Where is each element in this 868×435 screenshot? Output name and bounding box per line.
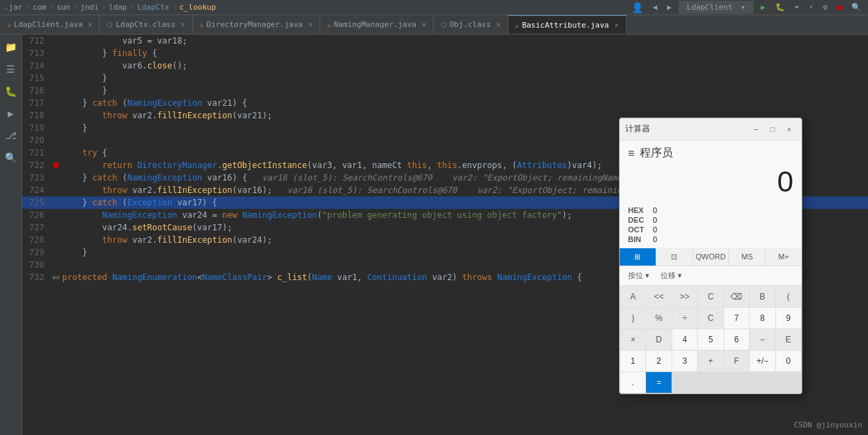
calc-btn-0[interactable]: 0: [776, 351, 801, 371]
sidebar-project-btn[interactable]: 📁: [1, 37, 21, 57]
search-icon[interactable]: 🔍: [849, 2, 864, 12]
calc-tab-ms[interactable]: MS: [729, 248, 766, 266]
tab-directorymanager[interactable]: ☕ DirectoryManager.java ×: [193, 15, 320, 35]
top-actions: 👤 ◀ ▶ LdapClient ▾ ▶ 🐛 ☂ ⚡ ⚙ ■ 🔍: [629, 1, 864, 14]
calc-btn-equals[interactable]: =: [646, 372, 671, 393]
calc-btn-minus[interactable]: −: [750, 329, 775, 350]
oct-row: OCT 0: [628, 225, 793, 234]
calc-btn-mul[interactable]: ×: [620, 329, 645, 350]
coverage-icon[interactable]: ☂: [792, 2, 802, 12]
calc-tab-qword-icon[interactable]: ⊞: [620, 248, 656, 266]
breadcrumb-ldapctx[interactable]: LdapCtx: [137, 3, 169, 12]
calc-btn-7[interactable]: 7: [724, 308, 749, 328]
breadcrumb-c-lookup[interactable]: c_lookup: [179, 3, 216, 12]
sidebar-run-btn[interactable]: ▶: [1, 104, 21, 123]
ldapclient-label: LdapClient: [684, 2, 735, 12]
sidebar-structure-btn[interactable]: ☰: [1, 59, 21, 79]
breadcrumb-jndi[interactable]: jndi: [80, 3, 99, 12]
run-icon[interactable]: ▶: [758, 2, 768, 12]
calc-btn-dot[interactable]: .: [620, 372, 645, 393]
calc-tab-mplus[interactable]: M+: [766, 248, 802, 266]
calc-maximize-btn[interactable]: □: [766, 122, 779, 136]
calc-tab-qword[interactable]: QWORD: [693, 248, 730, 266]
calc-btn-4[interactable]: 4: [672, 329, 697, 350]
calc-btn-F[interactable]: F: [724, 351, 749, 371]
calc-btn-8[interactable]: 8: [750, 308, 775, 328]
bitwise-btn[interactable]: 按位 ▾: [625, 269, 652, 282]
calc-tab-dword-icon[interactable]: ⊡: [656, 248, 693, 266]
calc-menu-icon[interactable]: ≡: [628, 147, 634, 160]
tab-close[interactable]: ×: [88, 21, 92, 28]
calc-btn-lparen[interactable]: (: [776, 286, 801, 307]
calc-subtitle: 程序员: [640, 146, 673, 160]
tab-basicattribute[interactable]: ☕ BasicAttribute.java ×: [508, 15, 627, 35]
stop-icon[interactable]: ■: [834, 2, 844, 12]
breadcrumb-sun[interactable]: sun: [57, 3, 71, 12]
calc-btn-C[interactable]: C: [698, 308, 723, 328]
dec-val: 0: [653, 216, 657, 224]
tab-close[interactable]: ×: [308, 21, 313, 28]
calc-btn-9[interactable]: 9: [776, 308, 801, 328]
back-icon[interactable]: ◀: [650, 2, 661, 12]
tab-namingmanager[interactable]: ☕ NamingManager.java ×: [320, 15, 434, 35]
breadcrumb-ldap[interactable]: ldap: [109, 3, 127, 12]
calc-close-btn[interactable]: ×: [782, 122, 796, 136]
calc-result: 0: [628, 166, 793, 198]
profile-icon[interactable]: 👤: [629, 1, 646, 14]
calc-btn-E[interactable]: E: [776, 329, 801, 350]
breadcrumb-com[interactable]: com: [33, 3, 46, 12]
ldapclient-dropdown[interactable]: LdapClient ▾: [678, 1, 754, 14]
tab-ldapclient[interactable]: ☕ LdapClient.java ×: [0, 15, 100, 35]
tab-close[interactable]: ×: [614, 21, 618, 29]
tab-ldapctx[interactable]: ⬡ LdapCtx.class ×: [100, 15, 192, 35]
calc-mode-display: HEX 0 DEC 0 OCT 0 BIN 0: [620, 203, 802, 248]
calc-btn-rshift[interactable]: >>: [672, 286, 697, 307]
code-line-716: 716 }: [22, 84, 868, 97]
calc-minimize-btn[interactable]: −: [749, 122, 763, 136]
sidebar-debug-btn[interactable]: 🐛: [1, 82, 21, 101]
calc-btn-div[interactable]: ÷: [672, 308, 697, 328]
calc-btn-3[interactable]: 3: [672, 351, 697, 371]
calc-btn-2[interactable]: 2: [646, 351, 671, 371]
hex-row: HEX 0: [628, 206, 793, 214]
calc-title-text: 计算器: [625, 123, 650, 135]
calc-btn-lshift[interactable]: <<: [646, 286, 671, 307]
calc-btn-6[interactable]: 6: [724, 329, 749, 350]
left-sidebar: 📁 ☰ 🐛 ▶ ⎇ 🔍: [0, 35, 22, 435]
tab-close[interactable]: ×: [422, 21, 426, 28]
debug-icon[interactable]: 🐛: [773, 2, 788, 12]
calc-display: 0: [620, 163, 802, 203]
tab-icon: ⬡: [107, 21, 113, 28]
tab-close[interactable]: ×: [497, 21, 501, 28]
calc-btn-1[interactable]: 1: [620, 351, 645, 371]
calc-btn-clear[interactable]: C: [698, 286, 723, 307]
calc-btn-rparen[interactable]: ): [620, 308, 645, 328]
calc-btn-B[interactable]: B: [750, 286, 775, 307]
calc-btn-D[interactable]: D: [646, 329, 671, 350]
hex-val: 0: [653, 206, 657, 214]
tab-bar: ☕ LdapClient.java × ⬡ LdapCtx.class × ☕ …: [0, 15, 868, 35]
calc-btn-plus[interactable]: +: [698, 351, 723, 371]
tab-obj[interactable]: ⬡ Obj.class ×: [434, 15, 508, 35]
forward-icon[interactable]: ▶: [664, 2, 674, 12]
tab-icon: ☕: [327, 21, 331, 28]
calc-btn-pct[interactable]: %: [646, 308, 671, 328]
tab-close[interactable]: ×: [181, 21, 185, 28]
settings-icon[interactable]: ⚙: [820, 2, 831, 12]
calc-btn-5[interactable]: 5: [698, 329, 723, 350]
tab-icon: ☕: [7, 21, 11, 28]
profile-run-icon[interactable]: ⚡: [806, 2, 816, 12]
breakpoint-722[interactable]: [53, 163, 59, 168]
bitshift-btn[interactable]: 位移 ▾: [658, 269, 685, 282]
tab-icon: ⬡: [441, 21, 447, 28]
sidebar-git-btn[interactable]: ⎇: [1, 126, 21, 145]
calc-btn-A[interactable]: A: [620, 286, 645, 307]
calc-title-bar: 计算器 − □ ×: [620, 118, 802, 140]
breadcrumb-jar[interactable]: .jar: [4, 3, 23, 12]
code-line-717: 717 } catch (NamingException var21) {: [22, 97, 868, 109]
sidebar-find-btn[interactable]: 🔍: [1, 148, 21, 167]
calc-btn-negate[interactable]: +/−: [750, 351, 775, 371]
dec-label: DEC: [628, 216, 647, 224]
hex-label: HEX: [628, 206, 647, 214]
calc-btn-backspace[interactable]: ⌫: [724, 286, 749, 307]
